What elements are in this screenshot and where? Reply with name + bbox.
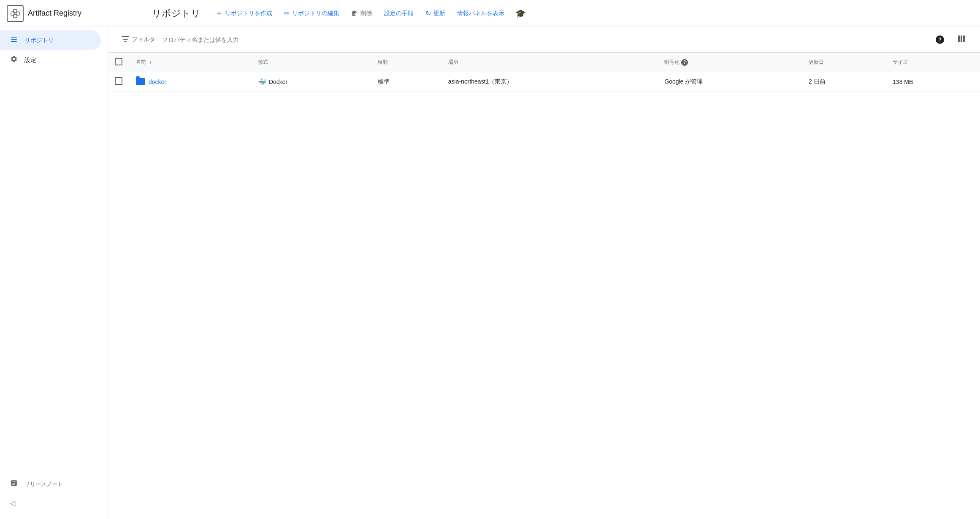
release-notes-label: リリースノート <box>24 481 63 488</box>
row-size-cell: 138 MB <box>886 72 980 92</box>
list-icon <box>10 35 18 45</box>
app-logo-icon <box>7 5 24 22</box>
svg-rect-7 <box>122 36 129 37</box>
content-area: フィルタ ? <box>108 27 980 519</box>
header-location: 場所 <box>441 53 658 72</box>
svg-rect-11 <box>961 35 962 42</box>
svg-rect-9 <box>124 41 127 42</box>
row-updated-cell: 2 日前 <box>802 72 886 92</box>
edit-repository-button[interactable]: ✏ リポジトリの編集 <box>279 6 344 21</box>
row-checkbox[interactable] <box>115 77 122 85</box>
sidebar-bottom: リリースノート ◁ <box>0 474 108 519</box>
encryption-help-icon[interactable]: ? <box>681 59 688 66</box>
page-header: リポジトリ ＋ リポジトリを作成 ✏ リポジトリの編集 🗑 削除 設定の手順 ↻… <box>142 5 973 21</box>
info-panel-button[interactable]: 情報パネルを表示 <box>452 6 509 21</box>
refresh-icon: ↻ <box>425 9 431 17</box>
header-actions: ＋ リポジトリを作成 ✏ リポジトリの編集 🗑 削除 設定の手順 ↻ 更新 情報… <box>211 5 973 21</box>
edit-icon: ✏ <box>284 9 290 17</box>
create-repository-button[interactable]: ＋ リポジトリを作成 <box>211 5 277 21</box>
main-layout: リポジトリ 設定 リリースノート ◁ <box>0 27 980 519</box>
collapse-icon: ◁ <box>10 499 15 507</box>
table-row: docker 🐳 Docker 標準 asia-northeast1（東京） G… <box>108 72 980 92</box>
sidebar: リポジトリ 設定 リリースノート ◁ <box>0 27 108 519</box>
filter-label: フィルタ <box>132 36 155 43</box>
sidebar-collapse-button[interactable]: ◁ <box>0 494 108 512</box>
sidebar-item-repositories-label: リポジトリ <box>24 37 54 44</box>
sidebar-item-repositories[interactable]: リポジトリ <box>0 30 101 50</box>
header-format: 形式 <box>251 53 371 72</box>
graduation-cap-icon: 🎓 <box>515 8 526 19</box>
setup-instructions-button[interactable]: 設定の手順 <box>379 6 419 21</box>
header-name: 名前 ↑ <box>129 53 251 72</box>
row-format-cell: 🐳 Docker <box>251 72 371 92</box>
help-button[interactable]: ? <box>932 32 948 47</box>
svg-rect-8 <box>123 39 128 40</box>
column-visibility-icon <box>958 35 966 44</box>
sidebar-item-settings-label: 設定 <box>24 57 36 64</box>
svg-rect-5 <box>11 39 17 40</box>
svg-rect-6 <box>11 41 17 42</box>
table-header-row: 名前 ↑ 形式 種類 場所 暗号化 ? 更新日 サ <box>108 53 980 72</box>
create-icon: ＋ <box>216 9 222 18</box>
row-checkbox-cell <box>108 72 129 92</box>
sidebar-item-settings[interactable]: 設定 <box>0 50 101 70</box>
svg-rect-12 <box>963 35 965 42</box>
select-all-checkbox[interactable] <box>115 58 122 65</box>
sort-icon: ↑ <box>149 59 152 65</box>
row-location-cell: asia-northeast1（東京） <box>441 72 658 92</box>
repository-link[interactable]: docker <box>136 78 244 85</box>
app-logo: Artifact Registry <box>7 5 142 22</box>
filter-actions: ? <box>932 32 970 47</box>
filter-button[interactable]: フィルタ <box>118 33 159 46</box>
top-header: Artifact Registry リポジトリ ＋ リポジトリを作成 ✏ リポジ… <box>0 0 980 27</box>
filter-input[interactable] <box>162 36 929 43</box>
refresh-button[interactable]: ↻ 更新 <box>420 6 450 21</box>
column-visibility-button[interactable] <box>955 32 970 47</box>
folder-icon <box>136 78 145 85</box>
row-type-cell: 標準 <box>371 72 441 92</box>
delete-button[interactable]: 🗑 削除 <box>346 6 377 21</box>
release-notes-icon <box>10 479 18 489</box>
docker-whale-icon: 🐳 <box>258 78 266 86</box>
header-updated: 更新日 <box>802 53 886 72</box>
header-size: サイズ <box>886 53 980 72</box>
header-type: 種類 <box>371 53 441 72</box>
svg-rect-4 <box>11 37 17 38</box>
sidebar-item-release-notes[interactable]: リリースノート <box>0 474 101 494</box>
row-name-cell: docker <box>129 72 251 92</box>
app-title: Artifact Registry <box>28 9 81 18</box>
header-checkbox-col <box>108 53 129 72</box>
help-icon: ? <box>936 35 944 44</box>
delete-icon: 🗑 <box>351 10 358 17</box>
row-encryption-cell: Google が管理 <box>658 72 802 92</box>
svg-rect-10 <box>958 35 960 42</box>
filter-icon <box>122 36 129 43</box>
page-title: リポジトリ <box>142 7 211 20</box>
filter-bar: フィルタ ? <box>108 27 980 53</box>
repositories-table: 名前 ↑ 形式 種類 場所 暗号化 ? 更新日 サ <box>108 53 980 92</box>
table-container: 名前 ↑ 形式 種類 場所 暗号化 ? 更新日 サ <box>108 53 980 519</box>
graduation-cap-button[interactable]: 🎓 <box>513 6 528 21</box>
vertical-divider <box>951 35 951 45</box>
header-encryption: 暗号化 ? <box>658 53 802 72</box>
gear-icon <box>10 55 18 65</box>
